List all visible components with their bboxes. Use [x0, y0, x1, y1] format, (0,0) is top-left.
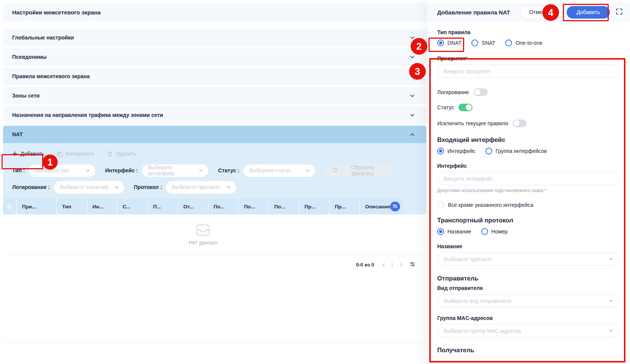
chevron-down-icon	[609, 257, 613, 261]
exclude-rule-toggle[interactable]	[513, 120, 527, 127]
column-header-status[interactable]: С...	[117, 199, 148, 214]
column-settings-button[interactable]	[390, 202, 400, 211]
accordion-section-zone-traffic-assignments[interactable]: Назначения на направления трафика между …	[3, 106, 426, 124]
reset-filters-button[interactable]: Сбросить фильтры	[325, 164, 392, 177]
status-toggle[interactable]	[458, 104, 472, 111]
interface-hint: Допустимо использование подстановочного …	[437, 188, 619, 193]
all-except-interface-checkbox-row[interactable]: Все кроме указанного интерфейса	[437, 202, 619, 208]
sender-kind-select[interactable]: Выберите вид отправителя	[437, 294, 619, 307]
chevron-down-icon	[86, 169, 90, 173]
inbox-icon	[196, 224, 210, 237]
priority-input[interactable]	[437, 65, 619, 78]
transport-protocol-radio-group: Название Номер	[437, 228, 619, 235]
column-header-protocol[interactable]: П...	[148, 199, 178, 214]
column-header-col9[interactable]: По...	[269, 199, 299, 214]
protocol-filter-select[interactable]: Выберите протокол	[166, 181, 236, 194]
radio-icon	[485, 148, 492, 154]
transport-radio-name[interactable]: Название	[437, 228, 471, 235]
select-all-checkbox[interactable]	[6, 204, 12, 210]
protocol-name-label: Название	[437, 243, 619, 249]
add-nat-rule-button[interactable]: Добавить	[12, 151, 44, 157]
column-header-col7[interactable]: По...	[208, 199, 239, 214]
type-filter-select[interactable]: Выберите тип	[29, 164, 95, 177]
plus-icon	[12, 151, 17, 156]
table-empty-state: Нет данных	[3, 224, 403, 246]
incoming-radio-interface[interactable]: Интерфейс	[437, 148, 476, 154]
transport-protocol-section-title: Транспортный протокол	[437, 217, 619, 224]
rule-type-radio-one-to-one[interactable]: One-to-one	[505, 39, 542, 46]
sliders-icon	[410, 261, 416, 268]
submit-add-button[interactable]: Добавить	[567, 6, 610, 19]
chevron-down-icon	[410, 55, 415, 60]
page-title: Настройки межсетевого экрана	[12, 9, 101, 16]
cancel-button[interactable]: Отменить	[520, 6, 563, 19]
incoming-interface-radio-group: Интерфейс Группа интерфейсов	[437, 148, 619, 154]
fullscreen-button[interactable]	[616, 8, 622, 16]
card-bottom-border	[3, 337, 425, 343]
trash-icon	[107, 151, 113, 157]
page-title-bar: Настройки межсетевого экрана	[3, 3, 426, 22]
transport-radio-number[interactable]: Номер	[481, 228, 508, 235]
nat-rule-form: Тип правила DNAT SNAT One-to-one Приорит…	[427, 22, 630, 354]
column-header-sender[interactable]: От...	[178, 199, 208, 214]
accordion-section-network-zones[interactable]: Зоны сети	[3, 87, 426, 104]
radio-icon	[505, 39, 512, 46]
rule-type-radio-snat[interactable]: SNAT	[471, 39, 495, 46]
copy-icon	[57, 151, 63, 157]
nat-toolbar: Добавить Копировать Удалить	[3, 143, 426, 162]
delete-nat-rule-button[interactable]: Удалить	[107, 151, 136, 157]
checkbox-icon	[437, 202, 444, 208]
pagination-page-1[interactable]: 1	[391, 262, 394, 268]
table-header-cell	[3, 199, 17, 214]
status-toggle-row: Статус	[437, 104, 619, 111]
radio-icon	[471, 39, 478, 46]
logging-filter-select[interactable]: Выберите значение	[54, 181, 124, 194]
pagination-prev-button[interactable]	[381, 263, 386, 267]
pagination-settings-button[interactable]	[410, 261, 416, 268]
exclude-rule-toggle-row: Исключить текущее правило	[437, 120, 619, 127]
mac-group-select[interactable]: Выберите группу MAC-адресов	[437, 324, 619, 337]
pagination-next-button[interactable]	[399, 263, 403, 267]
interface-input[interactable]	[437, 172, 619, 185]
nat-rule-drawer: Добавление правила NAT Отменить Добавить…	[427, 0, 630, 364]
drawer-header: Добавление правила NAT Отменить Добавить	[427, 3, 630, 22]
sliders-icon	[392, 203, 398, 210]
chevron-up-icon	[410, 132, 415, 137]
incoming-radio-interface-group[interactable]: Группа интерфейсов	[485, 148, 547, 154]
column-header-description[interactable]: Описание	[360, 199, 403, 214]
divider	[3, 255, 426, 256]
column-header-col11[interactable]: Пр...	[329, 199, 360, 214]
rotate-left-icon	[332, 167, 338, 174]
mac-group-label: Группа MAC-адресов	[437, 315, 619, 321]
priority-label: Приоритет*	[437, 55, 619, 61]
column-header-priority[interactable]: При...	[17, 199, 57, 214]
column-header-type[interactable]: Тип	[57, 199, 87, 214]
accordion-section-aliases[interactable]: Псевдонимы	[3, 48, 426, 66]
chevron-down-icon	[410, 74, 415, 79]
rule-type-radio-dnat[interactable]: DNAT	[437, 39, 461, 46]
interface-field-label: Интерфейс	[437, 163, 619, 169]
status-filter-select[interactable]: Выберите статус	[243, 164, 315, 177]
column-header-col8[interactable]: По...	[239, 199, 269, 214]
accordion-section-firewall-rules[interactable]: Правила межсетевого экрана	[3, 68, 426, 85]
interface-filter-select[interactable]: Выберите интерфейс	[142, 164, 208, 177]
empty-state-text: Нет данных	[189, 240, 217, 246]
copy-nat-rule-button[interactable]: Копировать	[57, 151, 94, 157]
chevron-down-icon	[410, 93, 415, 98]
pagination-range: 0-0 из 0	[356, 262, 374, 268]
logging-toggle[interactable]	[474, 88, 488, 96]
nat-table-header: При... Тип Ин... С... П... От... По... П…	[3, 199, 403, 214]
chevron-down-icon	[609, 299, 613, 303]
column-header-col10[interactable]: Пр...	[299, 199, 329, 214]
chevron-down-icon	[227, 185, 231, 189]
chevron-down-icon	[410, 35, 415, 40]
rule-type-label: Тип правила	[437, 29, 619, 35]
column-header-interface[interactable]: Ин...	[87, 199, 118, 214]
accordion-section-nat[interactable]: NAT	[3, 126, 426, 143]
chevron-down-icon	[199, 169, 203, 173]
rule-type-radio-group: DNAT SNAT One-to-one	[437, 39, 619, 46]
protocol-name-select[interactable]: Выберите протокол	[437, 252, 619, 266]
chevron-down-icon	[115, 185, 119, 189]
accordion-section-global-settings[interactable]: Глобальные настройки	[3, 29, 426, 46]
drawer-title: Добавление правила NAT	[437, 9, 520, 16]
